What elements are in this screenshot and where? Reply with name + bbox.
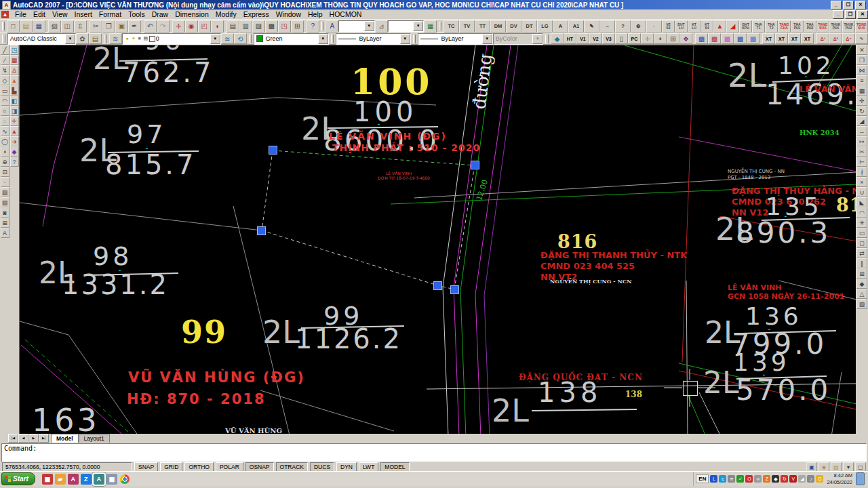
layer-on-icon[interactable]: ● (125, 36, 130, 41)
tool-x[interactable]: ? (615, 20, 631, 33)
custom-e-icon[interactable]: ⊞ (856, 268, 867, 279)
custom-a-icon[interactable]: ▭ (856, 228, 867, 238)
pc-icon[interactable]: PC (628, 33, 641, 44)
xt-2-icon[interactable]: XT (775, 33, 788, 44)
insert-block-icon[interactable]: ⊕ (1, 157, 9, 167)
tool-cross-icon[interactable]: ✛ (641, 33, 654, 44)
menu-modify[interactable]: Modify (212, 10, 240, 18)
line-magenta-slant[interactable] (679, 137, 856, 171)
tool-palettes-icon[interactable]: ▨ (252, 20, 265, 33)
toolbar-handle[interactable] (413, 35, 416, 43)
line-white-fr[interactable] (831, 372, 842, 434)
tool-dut-lu[interactable]: DUTLU (675, 20, 688, 33)
chevron-down-icon[interactable]: ▼ (65, 34, 75, 44)
custom-12-icon[interactable]: ? (10, 157, 19, 167)
tool-kt-lu[interactable]: KTLU (688, 20, 701, 33)
point-icon[interactable]: · (1, 177, 9, 187)
tab-layout1[interactable]: Layout1 (79, 434, 110, 443)
paste-icon[interactable]: ▣ (115, 20, 128, 33)
tray-icon-2[interactable]: c (719, 475, 726, 483)
tool-tc[interactable]: TC (443, 20, 459, 33)
join-icon[interactable]: ∪ (856, 187, 867, 197)
break-at-point-icon[interactable]: ∤ (856, 167, 867, 177)
restore-button[interactable]: ❐ (843, 1, 854, 9)
menu-draw[interactable]: Draw (149, 10, 172, 18)
wave-icon[interactable]: ∿ (855, 33, 868, 44)
tab-model[interactable]: Model (51, 434, 79, 443)
custom-7-icon[interactable]: ◨ (10, 106, 19, 116)
tool-x[interactable]: → (599, 20, 615, 33)
linetype-combo[interactable]: ByLayer ▼ (336, 33, 410, 45)
mdi-restore-button[interactable]: ❐ (845, 10, 856, 19)
break-icon[interactable]: × (856, 177, 867, 187)
toolbar-handle[interactable] (439, 22, 441, 30)
hatch-3-icon[interactable]: ▩ (721, 33, 734, 44)
polygon-icon[interactable]: ◇ (1, 75, 9, 85)
tray-icon-10[interactable]: V (789, 475, 797, 483)
custom-b-icon[interactable]: ◻ (856, 238, 867, 248)
menu-format[interactable]: Format (96, 10, 125, 18)
trim-icon[interactable]: ✂ (856, 146, 867, 157)
selected-line-2[interactable] (262, 230, 454, 289)
lengthen-icon[interactable]: ↦ (856, 136, 867, 146)
toolbar-handle[interactable] (104, 35, 107, 43)
chrome-icon[interactable] (119, 474, 130, 485)
color-combo[interactable]: Green ▼ (254, 33, 328, 45)
pan-icon[interactable]: ✛ (172, 20, 185, 33)
copy-icon[interactable]: ❐ (856, 55, 867, 65)
tab-nav-3[interactable]: ▶ (28, 434, 39, 443)
tab-nav-4[interactable]: ▶| (39, 434, 49, 443)
tray-icon-13[interactable]: G (816, 475, 823, 483)
hatch-2-icon[interactable]: ▩ (708, 33, 721, 44)
tool-lg[interactable]: LG (537, 20, 553, 33)
delta-2-icon[interactable]: Δ² (829, 33, 842, 44)
make-layer-current-icon[interactable]: ≅ (221, 33, 234, 44)
ellipse-arc-icon[interactable]: ◖ (1, 146, 9, 157)
zoom-previous-icon[interactable]: ◖ (211, 20, 224, 33)
red-tool-1-icon[interactable]: ▲ (713, 20, 726, 33)
erase-icon[interactable]: ✕ (856, 45, 867, 55)
tray-icon-4[interactable]: ✓ (736, 475, 744, 483)
custom-c-icon[interactable]: ⇄ (856, 248, 867, 258)
array-icon[interactable]: ▦ (856, 85, 867, 96)
custom-9-icon[interactable]: ▲ (10, 126, 19, 136)
circle-icon[interactable]: ○ (1, 106, 9, 116)
mapinfo-icon[interactable]: ▦ (42, 474, 53, 485)
language-indicator[interactable]: EN (696, 474, 709, 483)
custom-6-icon[interactable]: ◧ (10, 96, 19, 106)
toolbar-handle[interactable] (2, 35, 5, 43)
mdi-minimize-button[interactable]: _ (833, 10, 844, 19)
designcenter-icon[interactable]: ▥ (239, 20, 252, 33)
ellipse-icon[interactable]: ◯ (1, 136, 9, 146)
gradient-icon[interactable]: ▧ (1, 197, 9, 207)
tray-icon-8[interactable]: ◆ (772, 475, 779, 483)
menu-tools[interactable]: Tools (125, 10, 149, 18)
tool-x[interactable]: ⊕ (631, 20, 646, 33)
properties-icon[interactable]: ▤ (226, 20, 239, 33)
custom-2-icon[interactable]: ▦ (10, 55, 19, 65)
toolbar-handle[interactable] (545, 35, 549, 43)
chevron-down-icon[interactable]: ▼ (400, 34, 410, 44)
custom-1-icon[interactable]: ◳ (10, 45, 19, 55)
cut-icon[interactable]: ✂ (90, 20, 102, 33)
tool-x[interactable]: · (646, 20, 662, 33)
menu-window[interactable]: Window (273, 10, 304, 18)
copy-icon[interactable]: ❐ (102, 20, 115, 33)
grip-handle[interactable] (450, 285, 459, 294)
menu-dimension[interactable]: Dimension (172, 10, 212, 18)
custom-10-icon[interactable]: ➔ (10, 136, 19, 146)
tool-table-icon[interactable]: ⊞ (667, 33, 679, 44)
publish-icon[interactable]: ⇫ (74, 20, 87, 33)
line-red-vertical[interactable] (682, 45, 694, 362)
delta-1-icon[interactable]: Δ¹ (816, 33, 829, 44)
tray-icon-5[interactable]: O (745, 475, 753, 483)
mdi-close-button[interactable]: ✕ (857, 10, 868, 19)
tool-tv[interactable]: TV (459, 20, 475, 33)
xt-1-icon[interactable]: XT (762, 33, 775, 44)
menu-file[interactable]: File (12, 10, 30, 18)
tool-ght-kph[interactable]: GHTKPH (739, 20, 752, 33)
menu-edit[interactable]: Edit (30, 10, 49, 18)
fraction-line[interactable] (532, 409, 637, 411)
chevron-down-icon[interactable]: ▼ (482, 34, 492, 44)
scale-icon[interactable]: ◢ (856, 116, 867, 126)
